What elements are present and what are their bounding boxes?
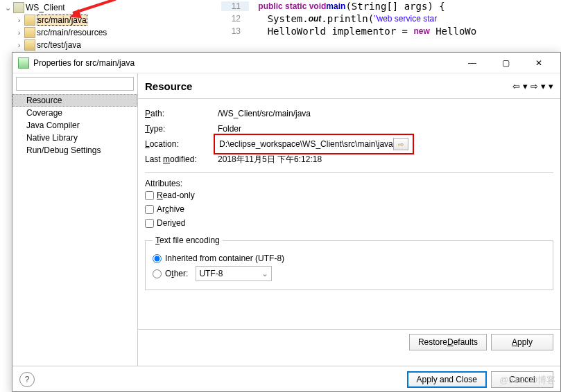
node-label: src/test/java	[37, 40, 81, 50]
code-line: 13 HelloWorld implementor = new HelloWo	[221, 25, 561, 37]
dialog-icon	[18, 57, 29, 69]
menu-icon[interactable]: ▾	[549, 81, 553, 91]
field-path: Path: /WS_Client/src/main/java	[145, 106, 553, 121]
chevron-right-icon[interactable]: ›	[14, 41, 24, 49]
titlebar[interactable]: Properties for src/main/java — ▢ ✕	[12, 53, 560, 73]
encoding-combo[interactable]: UTF-8⌄	[196, 266, 272, 281]
filter-input[interactable]	[16, 77, 134, 91]
nav-item-coverage[interactable]: Coverage	[12, 107, 137, 119]
radio-inherited[interactable]: Inherited from container (UTF-8)	[153, 251, 546, 266]
restore-defaults-button[interactable]: Restore Defaults	[409, 334, 487, 350]
code-line: 12 System.out.println("web service star	[221, 12, 561, 25]
dropdown-icon[interactable]: ▾	[541, 81, 546, 91]
encoding-fieldset: Text file encoding Inherited from contai…	[145, 235, 553, 290]
watermark: @51CTO博客	[499, 374, 555, 386]
forward-icon[interactable]: ⇨	[530, 81, 538, 91]
radio-other[interactable]: Other: UTF-8⌄	[153, 266, 546, 281]
nav-item-run-debug[interactable]: Run/Debug Settings	[12, 144, 137, 157]
nav-item-java-compiler[interactable]: Java Compiler	[12, 119, 137, 132]
field-location: Location: D:\eclipse_workspace\WS_Client…	[145, 136, 553, 152]
encoding-legend: Text file encoding	[153, 235, 223, 245]
tree-node[interactable]: › src/test/java	[0, 39, 218, 51]
checkbox-readonly[interactable]: Read-only	[145, 188, 553, 202]
project-icon	[13, 2, 24, 13]
properties-dialog: Properties for src/main/java — ▢ ✕ › Res…	[12, 52, 561, 392]
project-label: WS_Client	[26, 3, 65, 12]
show-in-explorer-button[interactable]: ⇨	[393, 138, 408, 150]
nav-history[interactable]: ⇦▾ ⇨▾ ▾	[512, 81, 553, 91]
location-highlight: D:\eclipse_workspace\WS_Client\src\main\…	[214, 134, 414, 154]
node-label: src/main/resources	[37, 28, 107, 37]
tree-project[interactable]: ⌄ WS_Client	[0, 1, 218, 14]
code-line: 11 public static void main(String[] args…	[221, 0, 561, 12]
checkbox-derived[interactable]: Derived	[145, 216, 553, 230]
tree-node[interactable]: › src/main/resources	[0, 26, 218, 39]
nav-item-native-library[interactable]: Native Library	[12, 132, 137, 144]
checkbox-archive[interactable]: Archive	[145, 202, 553, 216]
apply-button[interactable]: Apply	[491, 334, 553, 350]
dropdown-icon[interactable]: ▾	[523, 81, 528, 91]
chevron-right-icon[interactable]: ›	[28, 96, 38, 105]
attributes-label: Attributes:	[145, 179, 553, 188]
minimize-button[interactable]: —	[456, 53, 488, 73]
properties-content: Resource ⇦▾ ⇨▾ ▾ Path: /WS_Client/src/ma…	[138, 73, 560, 366]
properties-nav: › Resource Coverage Java Compiler Native…	[12, 73, 138, 366]
chevron-right-icon[interactable]: ›	[14, 16, 24, 24]
chevron-down-icon[interactable]: ⌄	[3, 3, 13, 12]
chevron-right-icon[interactable]: ›	[14, 28, 24, 37]
back-icon[interactable]: ⇦	[512, 81, 520, 91]
location-value: D:\eclipse_workspace\WS_Client\src\main\…	[219, 139, 393, 149]
dialog-footer: ? Apply and Close Cancel	[12, 366, 560, 392]
package-explorer[interactable]: ⌄ WS_Client › src/main/java › src/main/r…	[0, 0, 218, 52]
node-label: src/main/java	[37, 15, 87, 26]
dialog-title: Properties for src/main/java	[33, 58, 135, 68]
field-modified: Last modified: 2018年11月5日 下午6:12:18	[145, 152, 553, 167]
content-header: Resource	[145, 80, 192, 92]
package-icon	[24, 15, 35, 26]
tree-node[interactable]: › src/main/java	[0, 14, 218, 26]
close-button[interactable]: ✕	[523, 53, 555, 73]
maximize-button[interactable]: ▢	[490, 53, 521, 73]
code-editor[interactable]: 11 public static void main(String[] args…	[218, 0, 561, 52]
apply-and-close-button[interactable]: Apply and Close	[407, 371, 487, 388]
package-icon	[24, 39, 35, 51]
help-button[interactable]: ?	[19, 372, 35, 387]
package-icon	[24, 27, 35, 38]
